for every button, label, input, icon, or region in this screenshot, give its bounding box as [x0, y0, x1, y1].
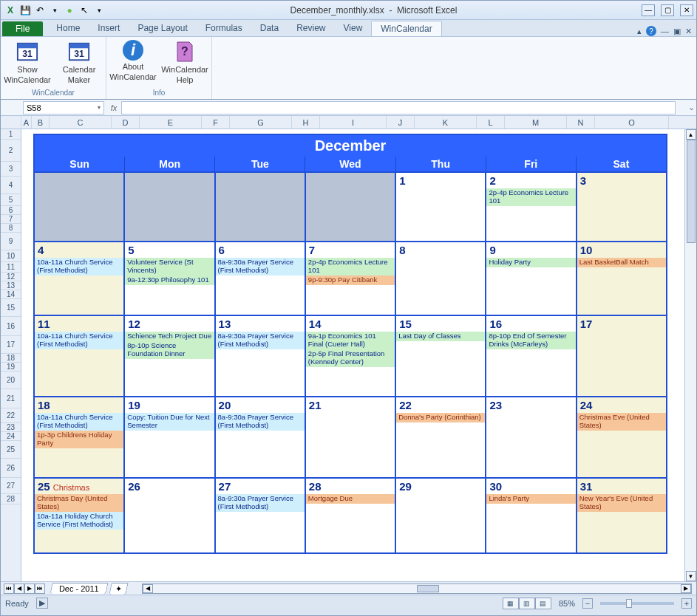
calendar-event[interactable]: Last Day of Classes [396, 332, 485, 341]
column-header[interactable]: J [387, 116, 415, 129]
row-header[interactable]: 1 [1, 129, 21, 140]
calendar-event[interactable]: 2p-4p Economics Lecture 101 [306, 258, 395, 276]
calendar-cell[interactable]: 24Christmas Eve (United States) [577, 397, 666, 477]
next-sheet-button[interactable]: ▶ [24, 584, 35, 594]
column-header[interactable]: N [567, 116, 595, 129]
calendar-cell[interactable]: 5Volunteer Service (St Vincents)9a-12:30… [125, 242, 215, 315]
row-header[interactable]: 15 [1, 299, 21, 317]
row-header[interactable]: 25 [1, 441, 21, 459]
calendar-cell[interactable]: 23 [486, 397, 577, 477]
fx-icon[interactable]: fx [106, 103, 121, 112]
calendar-cell[interactable]: 12Schience Tech Project Due8p-10p Scienc… [125, 316, 215, 396]
maximize-button[interactable]: ▢ [661, 4, 674, 16]
horizontal-scrollbar[interactable]: ◀ ▶ [142, 584, 692, 594]
row-header[interactable]: 10 [1, 250, 21, 262]
calendar-cell[interactable]: 3 [577, 173, 666, 241]
calendar-event[interactable]: 1p-3p Childrens Holiday Party [35, 431, 123, 448]
calendar-cell[interactable]: 208a-9:30a Prayer Service (First Methodi… [216, 397, 306, 477]
normal-view-button[interactable]: ▦ [503, 598, 519, 609]
first-sheet-button[interactable]: ⏮ [4, 584, 14, 594]
row-header[interactable]: 8 [1, 224, 21, 233]
column-header[interactable]: K [415, 116, 477, 129]
column-header[interactable]: F [202, 116, 230, 129]
calendar-cell[interactable]: 28Mortgage Due [306, 479, 396, 552]
row-header[interactable]: 6 [1, 206, 21, 215]
about-wincalendar-button[interactable]: i About WinCalendar [111, 40, 155, 81]
file-tab[interactable]: File [2, 21, 43, 36]
row-header[interactable]: 27 [1, 478, 21, 494]
row-header[interactable]: 22 [1, 408, 21, 423]
calendar-event[interactable]: 8p-10p Science Foundation Dinner [125, 341, 214, 359]
scroll-thumb[interactable] [417, 585, 439, 592]
column-header[interactable]: B [32, 116, 50, 129]
calendar-cell[interactable]: 278a-9:30a Prayer Service (First Methodi… [216, 479, 306, 552]
scroll-up-icon[interactable]: ▲ [686, 129, 696, 140]
calendar-event[interactable]: 9a-12:30p Philosophy 101 [125, 276, 214, 285]
macro-record-icon[interactable]: ▶ [36, 598, 48, 609]
tab-insert[interactable]: Insert [89, 21, 129, 36]
calendar-cell[interactable]: 1110a-11a Church Service (First Methodis… [35, 316, 125, 396]
workbook-restore-icon[interactable]: ▣ [673, 27, 681, 36]
column-header[interactable]: D [112, 116, 140, 129]
calendar-event[interactable]: New Year's Eve (United States) [577, 494, 666, 512]
row-header[interactable]: 2 [1, 140, 21, 162]
zoom-level[interactable]: 85% [559, 599, 575, 608]
tab-wincalendar[interactable]: WinCalendar [371, 21, 441, 36]
calendar-event[interactable]: Mortgage Due [306, 494, 395, 504]
scroll-down-icon[interactable]: ▼ [686, 571, 696, 581]
new-sheet-button[interactable]: ✦ [109, 583, 128, 595]
column-header[interactable]: G [230, 116, 292, 129]
minimize-button[interactable]: — [642, 4, 655, 16]
zoom-out-button[interactable]: − [582, 598, 593, 609]
calendar-event[interactable]: 2p-5p Final Presentation (Kennedy Center… [306, 349, 395, 367]
calendar-maker-button[interactable]: 31 Calendar Maker [57, 40, 101, 84]
minimize-ribbon-icon[interactable]: ▴ [637, 27, 642, 36]
calendar-cell[interactable]: 17 [577, 316, 666, 396]
row-header[interactable]: 18 [1, 354, 21, 363]
calendar-cell[interactable]: 31New Year's Eve (United States) [577, 479, 666, 552]
calendar-event[interactable]: 2p-4p Economics Lecture 101 [486, 188, 575, 206]
row-header[interactable]: 9 [1, 233, 21, 250]
zoom-in-button[interactable]: + [681, 598, 692, 609]
calendar-event[interactable]: 9p-9:30p Pay Citibank [306, 276, 395, 285]
undo-icon[interactable]: ↶ [33, 4, 47, 17]
row-header[interactable]: 20 [1, 372, 21, 389]
scroll-left-icon[interactable]: ◀ [143, 584, 153, 593]
page-break-view-button[interactable]: ▤ [535, 598, 551, 609]
expand-formula-icon[interactable]: ⌄ [686, 103, 696, 112]
row-header[interactable]: 7 [1, 215, 21, 224]
sheet-tab[interactable]: Dec - 2011 [50, 583, 108, 594]
workbook-minimize-icon[interactable]: — [661, 27, 669, 35]
calendar-cell[interactable]: 149a-1p Economics 101 Final (Cueter Hall… [306, 316, 396, 396]
calendar-event[interactable]: 8a-9:30a Prayer Service (First Methodist… [216, 332, 305, 349]
calendar-event[interactable]: Last BasketBall Match [577, 258, 666, 267]
close-button[interactable]: ✕ [680, 4, 693, 16]
calendar-event[interactable]: 8p-10p End Of Semester Drinks (McFarleys… [486, 332, 575, 349]
calendar-event[interactable]: Christmas Day (United States) [35, 494, 123, 512]
calendar-cell[interactable]: 68a-9:30a Prayer Service (First Methodis… [216, 242, 306, 315]
show-wincalendar-button[interactable]: 31 Show WinCalendar [5, 40, 50, 84]
row-header[interactable]: 16 [1, 317, 21, 336]
calendar-cell[interactable]: 10Last BasketBall Match [577, 242, 666, 315]
calendar-event[interactable]: 10a-11a Holiday Church Service (First Me… [35, 512, 123, 530]
calendar-event[interactable]: 10a-11a Church Service (First Methodist) [35, 413, 123, 431]
row-header[interactable]: 24 [1, 432, 21, 441]
calendar-event[interactable]: 10a-11a Church Service (First Methodist) [35, 332, 123, 349]
row-header[interactable]: 23 [1, 423, 21, 432]
row-header[interactable]: 14 [1, 290, 21, 299]
tab-data[interactable]: Data [251, 21, 288, 36]
column-header[interactable]: O [595, 116, 669, 129]
calendar-event[interactable]: Volunteer Service (St Vincents) [125, 258, 214, 276]
calendar-event[interactable]: 9a-1p Economics 101 Final (Cueter Hall) [306, 332, 395, 349]
scroll-thumb[interactable] [687, 140, 696, 243]
calendar-event[interactable]: Copy: Tuition Due for Next Semester [125, 413, 214, 431]
select-all-corner[interactable] [1, 116, 21, 129]
calendar-cell[interactable]: 21 [306, 397, 396, 477]
scroll-right-icon[interactable]: ▶ [681, 584, 691, 593]
column-header[interactable]: A [21, 116, 32, 129]
calendar-cell[interactable]: 26 [125, 479, 215, 552]
row-header[interactable]: 11 [1, 262, 21, 273]
row-header[interactable]: 4 [1, 177, 21, 194]
column-header[interactable]: I [320, 116, 387, 129]
calendar-event[interactable]: 8a-9:30a Prayer Service (First Methodist… [216, 494, 305, 512]
